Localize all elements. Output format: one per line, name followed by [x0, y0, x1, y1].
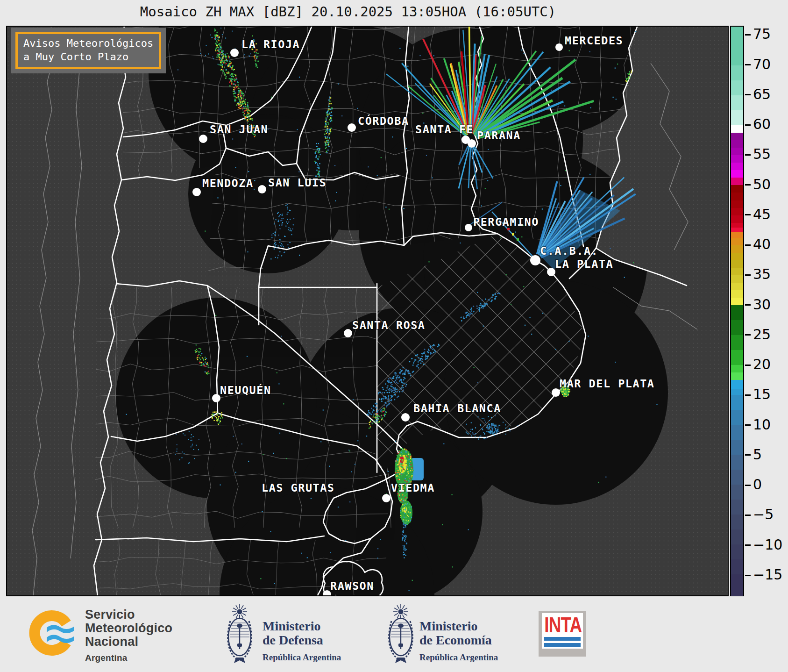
radar-map: MERCEDESLA RIOJASAN JUANCÓRDOBASANTA FEP… — [6, 26, 729, 596]
colorbar-segment — [731, 200, 743, 208]
colorbar-segment — [731, 380, 743, 389]
colorbar-tick-mark — [745, 365, 751, 366]
inta-bar-2 — [544, 643, 581, 647]
colorbar-tick-label: −15 — [753, 566, 782, 583]
city-label-neuqu-n: NEUQUÉN — [220, 384, 271, 397]
colorbar-tick-mark — [745, 394, 751, 396]
colorbar-tick-mark — [745, 424, 751, 426]
defensa-line-1: Ministerio — [263, 619, 341, 633]
defensa-line-2: de Defensa — [263, 633, 341, 647]
colorbar-segment — [731, 350, 743, 365]
economia-coat-of-arms-icon — [386, 602, 416, 669]
city-label-c-a-b-a-: C.A.B.A. — [540, 244, 598, 257]
warning-banner: Avisos Meteorológicos a Muy Corto Plazo — [11, 28, 166, 73]
colorbar-segment — [731, 140, 743, 148]
colorbar-segment — [731, 268, 743, 276]
city-label-santa-fe: SANTA FE — [415, 123, 474, 136]
colorbar-segment — [731, 80, 743, 96]
colorbar-segment — [731, 185, 743, 193]
colorbar-segment — [731, 515, 743, 530]
economia-line-2: de Economía — [419, 633, 498, 647]
colorbar-segment — [731, 485, 743, 500]
colorbar-tick-label: 50 — [753, 176, 771, 193]
colorbar-tick-label: 20 — [753, 356, 771, 372]
colorbar-tick-label: 5 — [753, 446, 762, 463]
smn-logo-icon — [28, 607, 83, 659]
defensa-logo-text: Ministerio de Defensa República Argentin… — [263, 619, 341, 665]
colorbar-segment — [731, 245, 743, 253]
defensa-line-3: República Argentina — [263, 651, 341, 665]
colorbar-segment — [731, 208, 743, 216]
colorbar-segment — [731, 320, 743, 336]
colorbar-tick-label: 60 — [753, 116, 771, 132]
colorbar-tick-label: 55 — [753, 146, 771, 162]
colorbar-tick-label: 30 — [753, 296, 771, 313]
colorbar-tick-label: −5 — [753, 507, 774, 523]
colorbar-tick-mark — [745, 334, 751, 336]
colorbar-segment — [731, 425, 743, 440]
city-las-grutas: LAS GRUTAS — [262, 481, 334, 494]
colorbar-tick-mark — [745, 244, 751, 246]
colorbar-tick-label: 65 — [753, 86, 771, 102]
colorbar-segment — [731, 544, 743, 560]
radar-mosaic-page: Mosaico ZH MAX [dBZ] 20.10.2025 13:05HOA… — [0, 0, 788, 672]
city-label-mendoza: MENDOZA — [202, 177, 254, 190]
city-label-la-rioja: LA RIOJA — [241, 38, 300, 51]
colorbar-segment — [731, 133, 743, 141]
colorbar-segment — [731, 223, 743, 228]
colorbar-segment — [731, 193, 743, 200]
colorbar-tick-mark — [745, 154, 751, 156]
colorbar-segment — [731, 574, 743, 595]
city-label-pergamino: PERGAMINO — [473, 215, 539, 229]
colorbar-segment — [731, 163, 743, 171]
smn-line-3: Nacional — [85, 635, 172, 649]
colorbar-segment — [731, 529, 743, 545]
colorbar-segment — [731, 335, 743, 350]
colorbar-segment — [731, 148, 743, 156]
inta-logo-text: INTA — [544, 613, 580, 637]
colorbar-tick-label: 45 — [753, 206, 771, 222]
footer: Servicio Meteorológico Nacional Argentin… — [0, 597, 788, 672]
city-label-viedma: VIEDMA — [391, 481, 435, 494]
city-label-san-luis: SAN LUIS — [268, 176, 327, 189]
smn-logo-text: Servicio Meteorológico Nacional Argentin… — [85, 608, 172, 665]
warning-banner-border: Avisos Meteorológicos a Muy Corto Plazo — [15, 32, 161, 69]
colorbar-segment — [731, 305, 743, 321]
colorbar-segment — [731, 238, 743, 246]
colorbar-segment — [731, 372, 743, 380]
colorbar-tick-label: −10 — [753, 536, 782, 553]
colorbar-segment — [731, 260, 743, 268]
economia-line-1: Ministerio — [419, 619, 498, 633]
colorbar-tick-mark — [745, 274, 751, 276]
colorbar-segment — [731, 365, 743, 373]
colorbar-segment — [731, 389, 743, 395]
city-label-c-rdoba: CÓRDOBA — [358, 114, 409, 128]
city-label-la-plata: LA PLATA — [555, 257, 613, 271]
colorbar-segment — [731, 470, 743, 485]
inta-bar-1 — [544, 637, 581, 641]
colorbar-tick-label: 15 — [753, 386, 771, 403]
colorbar-tick-label: 10 — [753, 416, 771, 433]
colorbar-segment — [731, 559, 743, 575]
colorbar-segment — [731, 290, 743, 298]
warning-line-2: a Muy Corto Plazo — [23, 50, 153, 64]
colorbar-segment — [731, 500, 743, 515]
inta-logo-inner: INTA — [542, 613, 583, 649]
city-label-san-juan: SAN JUAN — [210, 123, 268, 136]
colorbar-tick-mark — [745, 214, 751, 215]
city-label-santa-rosa: SANTA ROSA — [352, 319, 425, 332]
smn-line-4: Argentina — [85, 651, 172, 665]
warning-line-1: Avisos Meteorológicos — [23, 36, 153, 50]
colorbar-tick-label: 40 — [753, 236, 771, 252]
colorbar-segment — [731, 65, 743, 81]
economia-line-3: República Argentina — [419, 651, 498, 665]
colorbar-segment — [731, 232, 743, 238]
colorbar-segment — [731, 95, 743, 111]
colorbar-segment — [731, 110, 743, 126]
smn-line-1: Servicio — [85, 608, 172, 622]
colorbar-tick-mark — [745, 94, 751, 95]
colorbar-tick-mark — [745, 515, 751, 516]
colorbar-segment — [731, 125, 743, 133]
colorbar-segment — [731, 455, 743, 470]
colorbar-segment — [731, 253, 743, 261]
